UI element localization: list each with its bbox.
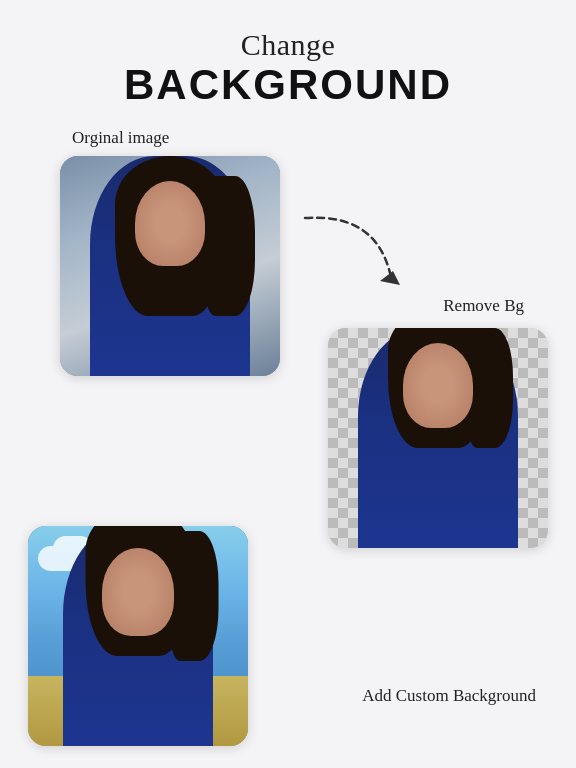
page-container: Change BACKGROUND Orginal image Remove B… [0, 0, 576, 768]
label-original: Orginal image [72, 128, 169, 148]
woman-removed-face [403, 343, 473, 428]
beach-woman-face [102, 548, 174, 636]
header-background-text: BACKGROUND [0, 62, 576, 108]
dashed-arrow [285, 203, 415, 293]
face-original [135, 181, 205, 266]
content-area: Orginal image Remove Bg [0, 118, 576, 768]
label-remove: Remove Bg [443, 296, 524, 316]
original-image [60, 156, 280, 376]
checkerboard-bg [328, 328, 548, 548]
custom-bg-image [28, 526, 248, 746]
beach-background [28, 526, 248, 746]
header: Change BACKGROUND [0, 0, 576, 118]
woman-original-bg [60, 156, 280, 376]
woman-removed [358, 328, 518, 548]
label-custom: Add Custom Background [362, 683, 536, 709]
header-change-text: Change [0, 28, 576, 62]
removed-bg-image [328, 328, 548, 548]
